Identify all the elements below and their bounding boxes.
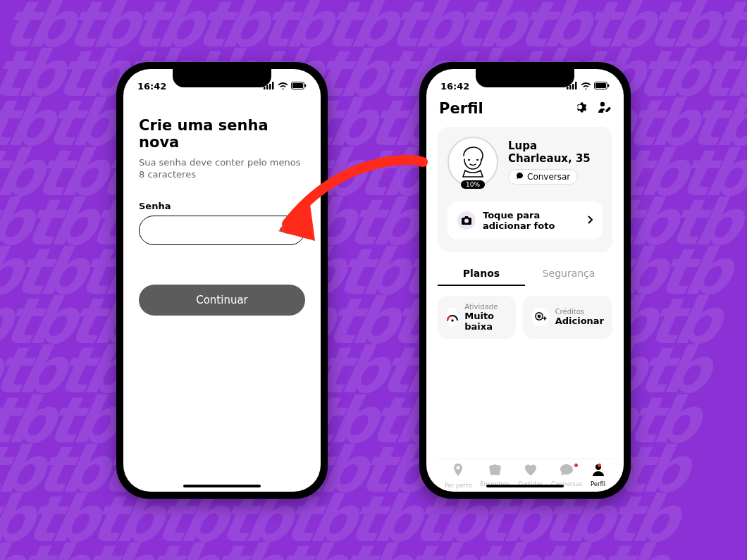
settings-icon[interactable] xyxy=(573,100,587,117)
nav-profile-label: Perfil xyxy=(591,480,605,487)
activity-value: Muito baixa xyxy=(464,311,507,332)
svg-rect-0 xyxy=(264,87,266,89)
create-password-title: Crie uma senha nova xyxy=(139,117,305,151)
password-label: Senha xyxy=(139,201,305,211)
chat-icon xyxy=(516,172,524,182)
chat-bubble-icon xyxy=(560,463,574,479)
credits-icon xyxy=(531,308,550,326)
phone-notch xyxy=(173,69,271,87)
profile-completion-badge: 10% xyxy=(461,180,485,189)
profile-card: 10% Lupa Charleaux, 35 Conversar xyxy=(438,127,612,252)
wifi-icon xyxy=(581,81,591,92)
nav-nearby-label: Por perto xyxy=(445,482,472,489)
gauge-icon xyxy=(446,308,459,326)
activity-label: Atividade xyxy=(464,303,507,311)
svg-rect-13 xyxy=(595,83,606,88)
avatar[interactable]: 10% xyxy=(447,137,498,187)
cards-icon xyxy=(488,463,502,479)
chevron-right-icon xyxy=(587,213,593,227)
svg-point-16 xyxy=(451,319,453,321)
tabs: Planos Segurança xyxy=(438,268,612,286)
svg-rect-10 xyxy=(572,84,574,89)
page-title: Perfil xyxy=(439,100,483,117)
svg-rect-14 xyxy=(608,84,610,87)
status-time: 16:42 xyxy=(137,81,166,92)
svg-rect-9 xyxy=(569,85,572,89)
svg-rect-21 xyxy=(492,464,501,475)
camera-icon xyxy=(457,211,476,230)
svg-rect-8 xyxy=(567,87,569,89)
continue-button-label: Continuar xyxy=(196,294,248,306)
chat-button-label: Conversar xyxy=(527,172,570,182)
add-photo-label: Toque para adicionar foto xyxy=(483,210,580,231)
svg-rect-3 xyxy=(272,82,274,89)
svg-rect-6 xyxy=(305,84,307,87)
credits-value: Adicionar xyxy=(555,316,604,326)
activity-card[interactable]: Atividade Muito baixa xyxy=(438,296,516,339)
svg-point-7 xyxy=(285,227,289,230)
notification-dot xyxy=(574,463,578,467)
home-indicator xyxy=(486,485,564,487)
tab-security[interactable]: Segurança xyxy=(525,268,612,286)
tab-plans[interactable]: Planos xyxy=(438,268,525,286)
phone-notch xyxy=(476,69,574,87)
create-password-subtitle: Sua senha deve conter pelo menos 8 carac… xyxy=(139,156,305,181)
svg-rect-2 xyxy=(269,84,271,89)
continue-button[interactable]: Continuar xyxy=(139,285,305,316)
battery-icon xyxy=(594,81,610,92)
battery-icon xyxy=(291,81,307,92)
credits-card[interactable]: Créditos Adicionar xyxy=(523,296,612,339)
phone-left: 16:42 Crie uma senha nova Sua senha deve… xyxy=(116,62,328,499)
heart-icon xyxy=(524,463,538,479)
edit-profile-icon[interactable] xyxy=(597,100,611,117)
svg-point-15 xyxy=(600,101,605,106)
svg-rect-5 xyxy=(292,83,303,88)
wifi-icon xyxy=(278,81,288,92)
nav-profile[interactable]: Perfil xyxy=(591,463,605,489)
show-password-icon[interactable] xyxy=(280,223,295,237)
status-time: 16:42 xyxy=(440,81,469,92)
pin-icon xyxy=(452,463,464,480)
notification-dot xyxy=(598,463,601,467)
add-photo-row[interactable]: Toque para adicionar foto xyxy=(447,201,603,239)
svg-rect-1 xyxy=(266,85,268,89)
nav-nearby[interactable]: Por perto xyxy=(445,463,472,489)
chat-button[interactable]: Conversar xyxy=(508,169,578,185)
svg-point-19 xyxy=(537,315,540,318)
home-indicator xyxy=(183,485,261,487)
phone-right: 16:42 Perfil xyxy=(419,62,631,499)
user-name-age: Lupa Charleaux, 35 xyxy=(508,139,603,165)
credits-label: Créditos xyxy=(555,308,604,316)
svg-rect-11 xyxy=(575,82,577,89)
